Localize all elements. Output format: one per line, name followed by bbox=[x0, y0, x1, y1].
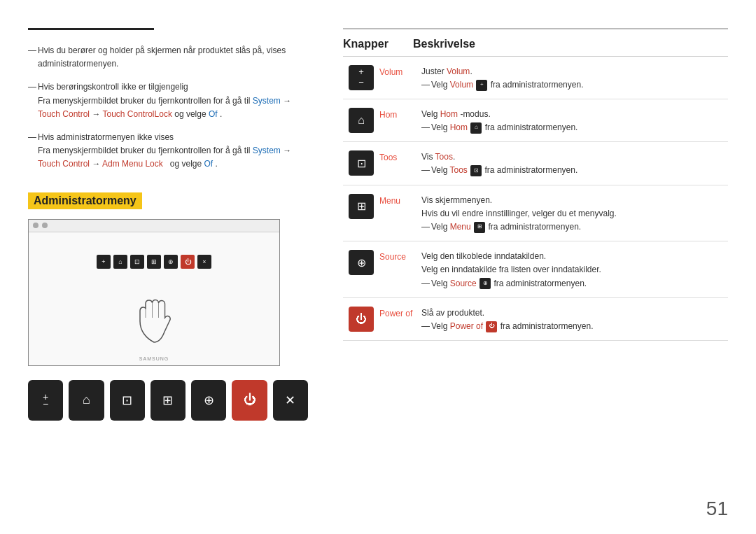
menu-btn-icon: ⊞ bbox=[349, 194, 374, 219]
screen-mini-volume: + bbox=[97, 255, 111, 269]
power-btn-icon: ⏻ bbox=[349, 307, 374, 332]
home-icon: ⌂ bbox=[83, 393, 90, 407]
tools-label-cell: Toos bbox=[379, 149, 421, 162]
instruction-1-text: Hvis du berører og holder på skjermen nå… bbox=[38, 44, 308, 71]
screen-mini-tools: ⊡ bbox=[130, 255, 144, 269]
instruction-2-body: Fra menyskjermbildet bruker du fjernkont… bbox=[38, 94, 308, 121]
menu-glyph: ⊞ bbox=[357, 199, 366, 213]
power-desc-cell: Slå av produktet. Velg Power of ⏻ fra ad… bbox=[421, 305, 728, 333]
power-desc-main: Slå av produktet. bbox=[421, 307, 728, 320]
table-header: Knapper Beskrivelse bbox=[343, 38, 728, 50]
tools-glyph: ⊡ bbox=[357, 157, 366, 170]
home-desc-sub: Velg Hom ⌂ fra administratormenyen. bbox=[421, 121, 728, 134]
table-row-volume: + − Volum Juster Volum. Velg Volum + fra… bbox=[343, 57, 728, 99]
system-link: System bbox=[253, 96, 281, 106]
page: Hvis du berører og holder på skjermen nå… bbox=[0, 0, 756, 534]
minus-icon: − bbox=[358, 78, 364, 87]
source-btn-icon: ⊕ bbox=[349, 250, 374, 275]
menu-desc-cell: Vis skjermmenyen. Hvis du vil endre inns… bbox=[421, 192, 728, 234]
close-icon: ✕ bbox=[285, 393, 295, 408]
touch-control-lock-link: Touch ControlLock bbox=[103, 109, 172, 119]
instruction-2: Hvis berøringskontroll ikke er tilgjenge… bbox=[28, 80, 308, 121]
table-row-tools: ⊡ Toos Vis Toos. Velg Toos ⊡ fra adminis… bbox=[343, 142, 728, 185]
menu-desc-main: Vis skjermmenyen. bbox=[421, 194, 728, 207]
source-desc-cell: Velg den tilkoblede inndatakilden. Velg … bbox=[421, 248, 728, 290]
source-icon-cell: ⊕ bbox=[343, 248, 379, 275]
bottom-buttons-row: + − ⌂ ⊡ ⊞ ⊕ ⏻ ✕ bbox=[28, 380, 308, 421]
power-label: Power of bbox=[379, 309, 412, 318]
power-glyph: ⏻ bbox=[356, 313, 367, 325]
instruction-1: Hvis du berører og holder på skjermen nå… bbox=[28, 44, 308, 71]
screen-mockup: + ⌂ ⊡ ⊞ ⊕ ⏻ × SA bbox=[28, 219, 280, 366]
home-desc-cell: Velg Hom -modus. Velg Hom ⌂ fra administ… bbox=[421, 106, 728, 134]
home-icon-cell: ⌂ bbox=[343, 106, 379, 133]
menu-inline-icon: ⊞ bbox=[474, 222, 485, 233]
left-column: Hvis du berører og holder på skjermen nå… bbox=[28, 28, 329, 513]
adm-menu-lock-link: Adm Menu Lock bbox=[102, 159, 163, 169]
menu-label: Menu bbox=[379, 196, 400, 206]
hand-gesture bbox=[133, 293, 175, 351]
table-row-home: ⌂ Hom Velg Hom -modus. Velg Hom ⌂ fra ad… bbox=[343, 99, 728, 142]
home-desc-main: Velg Hom -modus. bbox=[421, 108, 728, 121]
screen-top-bar bbox=[29, 220, 279, 232]
table-row-source: ⊕ Source Velg den tilkoblede inndatakild… bbox=[343, 241, 728, 298]
tools-icon-cell: ⊡ bbox=[343, 149, 379, 176]
screen-mini-power: ⏻ bbox=[181, 255, 195, 269]
right-top-line bbox=[343, 28, 728, 29]
menu-desc-extra: Hvis du vil endre innstillinger, velger … bbox=[421, 207, 728, 220]
ctrl-btn-menu[interactable]: ⊞ bbox=[150, 380, 186, 421]
samsung-label: SAMSUNG bbox=[139, 356, 169, 361]
volume-icon: + − bbox=[43, 392, 48, 409]
volume-desc-sub: Velg Volum + fra administratormenyen. bbox=[421, 78, 728, 92]
source-desc-extra: Velg en inndatakilde fra listen over inn… bbox=[421, 263, 728, 276]
menu-icon: ⊞ bbox=[162, 393, 173, 408]
power-icon-cell: ⏻ bbox=[343, 305, 379, 332]
instruction-3: Hvis administratormenyen ikke vises Fra … bbox=[28, 131, 308, 171]
page-number: 51 bbox=[706, 498, 728, 520]
table-row-power: ⏻ Power of Slå av produktet. Velg Power … bbox=[343, 298, 728, 341]
plus-icon: + bbox=[358, 67, 364, 77]
screen-icons-row: + ⌂ ⊡ ⊞ ⊕ ⏻ × bbox=[97, 255, 211, 269]
ctrl-btn-close[interactable]: ✕ bbox=[273, 380, 308, 421]
instruction-3-header: Hvis administratormenyen ikke vises bbox=[38, 131, 308, 144]
menu-icon-cell: ⊞ bbox=[343, 192, 379, 219]
ctrl-btn-tools[interactable]: ⊡ bbox=[110, 380, 145, 421]
header-buttons: Knapper bbox=[343, 38, 413, 50]
touch-control-link-2: Touch Control bbox=[38, 159, 90, 169]
tools-icon: ⊡ bbox=[122, 393, 132, 408]
menu-desc-sub: Velg Menu ⊞ fra administratormenyen. bbox=[421, 220, 728, 234]
source-glyph: ⊕ bbox=[357, 256, 366, 269]
volume-inline-icon: + bbox=[476, 80, 487, 91]
volume-btn-icon: + − bbox=[349, 65, 374, 90]
ctrl-btn-home[interactable]: ⌂ bbox=[69, 380, 104, 421]
tools-desc-main: Vis Toos. bbox=[421, 150, 728, 164]
tools-inline-icon: ⊡ bbox=[470, 165, 482, 176]
volume-desc-cell: Juster Volum. Velg Volum + fra administr… bbox=[421, 64, 728, 92]
tools-desc-sub: Velg Toos ⊡ fra administratormenyen. bbox=[421, 164, 728, 177]
menu-label-cell: Menu bbox=[379, 192, 421, 206]
off-link-2: Of bbox=[204, 159, 214, 169]
ctrl-btn-power[interactable]: ⏻ bbox=[232, 380, 267, 421]
power-inline-icon: ⏻ bbox=[486, 321, 497, 332]
source-label-cell: Source bbox=[379, 248, 421, 262]
touch-control-link-1: Touch Control bbox=[38, 109, 90, 119]
system-link-2: System bbox=[253, 146, 281, 155]
ctrl-btn-source[interactable]: ⊕ bbox=[191, 380, 226, 421]
ctrl-btn-volume[interactable]: + − bbox=[28, 380, 63, 421]
off-link-1: Of bbox=[209, 109, 218, 119]
power-label-cell: Power of bbox=[379, 305, 421, 318]
home-glyph: ⌂ bbox=[358, 114, 365, 127]
screen-dot bbox=[42, 223, 48, 228]
screen-mini-menu: ⊞ bbox=[147, 255, 161, 269]
instruction-2-header: Hvis berøringskontroll ikke er tilgjenge… bbox=[38, 80, 308, 94]
tools-btn-icon: ⊡ bbox=[349, 150, 374, 176]
volume-label-cell: Volum bbox=[379, 64, 421, 77]
home-label: Hom bbox=[379, 110, 397, 120]
top-decorative-line bbox=[28, 28, 154, 30]
power-desc-sub: Velg Power of ⏻ fra administratormenyen. bbox=[421, 320, 728, 333]
screen-mini-source: ⊕ bbox=[164, 255, 178, 269]
volume-label: Volum bbox=[379, 67, 402, 77]
home-label-cell: Hom bbox=[379, 106, 421, 120]
tools-desc-cell: Vis Toos. Velg Toos ⊡ fra administratorm… bbox=[421, 149, 728, 177]
right-column: Knapper Beskrivelse + − Volum Juster Vol… bbox=[329, 28, 728, 513]
